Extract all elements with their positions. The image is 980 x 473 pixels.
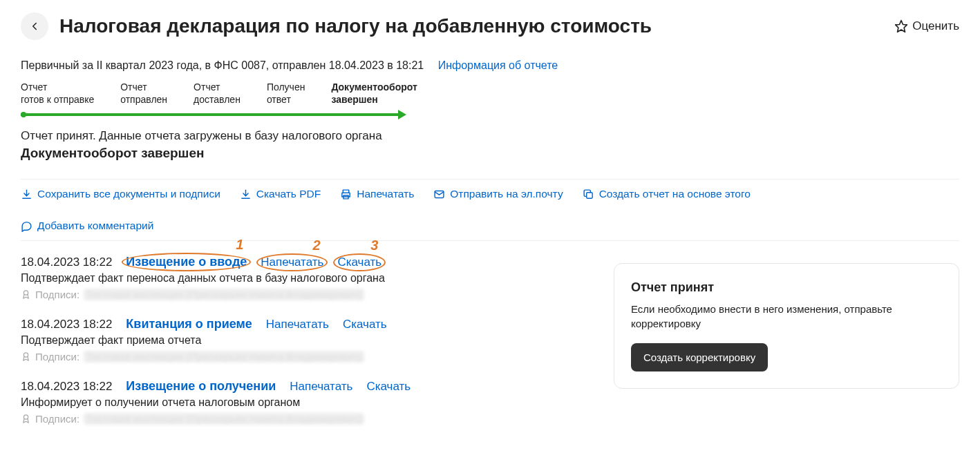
svg-rect-7: [586, 192, 592, 198]
event-print-link[interactable]: Напечатать: [266, 318, 329, 331]
action-bar: Сохранить все документы и подписи Скачат…: [21, 179, 959, 241]
email-button[interactable]: Отправить на эл.почту: [433, 188, 563, 200]
download-icon: [240, 189, 252, 200]
download-icon: [21, 189, 32, 200]
save-all-label: Сохранить все документы и подписи: [37, 188, 220, 200]
event-print-link[interactable]: Напечатать: [290, 380, 352, 394]
event-timestamp: 18.04.2023 18:22: [21, 380, 112, 394]
progress-stage: Полученответ: [267, 81, 305, 106]
event-item: 18.04.2023 18:22Извещение о полученииНап…: [21, 379, 586, 425]
add-comment-label: Добавить комментарий: [37, 220, 153, 232]
event-main-link[interactable]: Извещение о вводе: [126, 255, 247, 269]
event-signatures: Подписи:Тестовая инспекция (Прескарьян Н…: [21, 351, 586, 363]
status-bold: Документооборот завершен: [21, 146, 959, 161]
ribbon-icon: [21, 351, 31, 362]
ribbon-icon: [21, 289, 31, 300]
page-title: Налоговая декларация по налогу на добавл…: [59, 15, 883, 37]
event-signatures: Подписи:Тестовая инспекция (Прескарьян Н…: [21, 413, 586, 425]
event-description: Информирует о получении отчета налоговым…: [21, 396, 586, 409]
save-all-button[interactable]: Сохранить все документы и подписи: [21, 188, 220, 200]
side-panel: Отчет принят Если необходимо внести в не…: [614, 263, 959, 389]
create-correction-button[interactable]: Создать корректировку: [631, 343, 768, 371]
event-timestamp: 18.04.2023 18:22: [21, 255, 112, 269]
event-item: 18.04.2023 18:22Извещение о вводеНапечат…: [21, 255, 586, 300]
add-comment-button[interactable]: Добавить комментарий: [21, 220, 959, 232]
event-download-link[interactable]: Скачать: [337, 255, 381, 269]
svg-marker-0: [896, 21, 907, 32]
back-button[interactable]: [21, 12, 48, 40]
event-signatures: Подписи:Тестовая инспекция (Прескарьян Н…: [21, 289, 586, 300]
create-based-button[interactable]: Создать отчет на основе этого: [583, 188, 751, 200]
chevron-left-icon: [28, 20, 41, 32]
event-timestamp: 18.04.2023 18:22: [21, 318, 112, 331]
event-description: Подтверждает факт приема отчета: [21, 334, 586, 347]
ribbon-icon: [21, 414, 31, 424]
event-main-link[interactable]: Квитанция о приеме: [126, 317, 252, 331]
events-list: 18.04.2023 18:22Извещение о вводеНапечат…: [21, 255, 586, 441]
event-print-link[interactable]: Напечатать: [261, 255, 323, 269]
mail-icon: [433, 189, 445, 200]
panel-title: Отчет принят: [631, 280, 942, 295]
progress-stage: Отчетдоставлен: [194, 81, 241, 106]
printer-icon: [340, 189, 352, 200]
event-item: 18.04.2023 18:22Квитанция о приемеНапеча…: [21, 317, 586, 363]
report-info-link[interactable]: Информация об отчете: [438, 59, 558, 71]
print-label: Напечатать: [357, 188, 414, 200]
event-description: Подтверждает факт переноса данных отчета…: [21, 272, 586, 284]
status-text: Отчет принят. Данные отчета загружены в …: [21, 129, 959, 143]
event-main-link[interactable]: Извещение о получении: [126, 379, 276, 394]
event-download-link[interactable]: Скачать: [343, 318, 387, 331]
download-pdf-label: Скачать PDF: [256, 188, 321, 200]
panel-text: Если необходимо внести в него изменения,…: [631, 302, 942, 331]
event-download-link[interactable]: Скачать: [366, 380, 411, 394]
progress-stage: Отчетготов к отправке: [21, 81, 94, 106]
rate-label: Оценить: [912, 19, 959, 33]
meta-summary: Первичный за II квартал 2023 года, в ФНС…: [21, 59, 424, 71]
progress-stage: Документооборотзавершен: [331, 81, 417, 106]
progress-arrow: [21, 110, 406, 119]
download-pdf-button[interactable]: Скачать PDF: [240, 188, 321, 200]
comment-icon: [21, 220, 32, 232]
star-icon: [894, 19, 908, 33]
progress-stages: Отчетготов к отправкеОтчетотправленОтчет…: [21, 81, 959, 106]
copy-icon: [583, 189, 594, 200]
rate-button[interactable]: Оценить: [894, 19, 959, 33]
email-label: Отправить на эл.почту: [450, 188, 563, 200]
progress-stage: Отчетотправлен: [120, 81, 167, 106]
print-button[interactable]: Напечатать: [340, 188, 414, 200]
create-based-label: Создать отчет на основе этого: [599, 188, 751, 200]
